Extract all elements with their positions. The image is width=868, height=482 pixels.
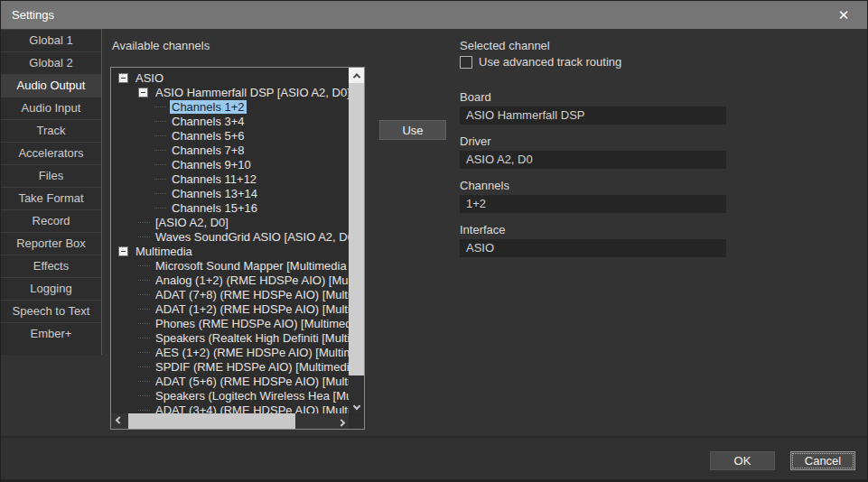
sidebar-item-audio-input[interactable]: Audio Input (1, 97, 101, 119)
tree-item-label: Channels 9+10 (170, 158, 253, 171)
tree-item[interactable]: Channels 7+8 (111, 143, 349, 157)
scroll-right-icon[interactable] (333, 413, 349, 429)
footer: OK Cancel (1, 438, 867, 480)
tree-item[interactable]: ADAT (7+8) (RME HDSPe AIO) [Multimedia V… (111, 287, 349, 301)
tree-connector (154, 150, 166, 151)
tree-item[interactable]: ADAT (3+4) (RME HDSPe AIO) [Multimedia V… (111, 403, 349, 413)
sidebar: Global 1Global 2Audio OutputAudio InputT… (1, 29, 102, 355)
sidebar-item-audio-output[interactable]: Audio Output (1, 74, 101, 97)
tree-item[interactable]: SPDIF (RME HDSPe AIO) [Multimedia V10.0] (111, 359, 349, 374)
tree-connector (138, 352, 150, 353)
tree-item[interactable]: Phones (RME HDSPe AIO) [Multimedia V10.0… (111, 316, 349, 330)
interface-label: Interface (460, 223, 506, 236)
use-button[interactable]: Use (379, 120, 446, 140)
tree-connector (138, 366, 150, 367)
tree-connector (138, 236, 150, 237)
ok-button[interactable]: OK (710, 451, 775, 470)
tree-item[interactable]: Channels 5+6 (111, 128, 349, 143)
sidebar-item-global-1[interactable]: Global 1 (1, 29, 101, 51)
sidebar-item-track[interactable]: Track (1, 119, 101, 142)
sidebar-item-effects[interactable]: Effects (1, 255, 101, 277)
sidebar-item-files[interactable]: Files (1, 164, 101, 187)
tree-item[interactable]: Channels 1+2 (111, 99, 349, 114)
scroll-up-icon[interactable] (349, 68, 364, 83)
tree-item[interactable]: ASIO Hammerfall DSP [ASIO A2, D0] (111, 85, 349, 99)
tree-item-label: Waves SoundGrid ASIO [ASIO A2, D0] (154, 230, 349, 244)
cancel-button[interactable]: Cancel (790, 451, 855, 470)
settings-dialog: Settings ✕ Global 1Global 2Audio OutputA… (0, 0, 868, 482)
tree-item[interactable]: Analog (1+2) (RME HDSPe AIO) [Multimedia… (111, 273, 349, 287)
tree-item-label: Channels 11+12 (170, 172, 258, 186)
tree-item[interactable]: Speakers (Realtek High Definiti [Multime… (111, 330, 349, 345)
tree-item-label: Channels 3+4 (170, 115, 247, 128)
channels-field[interactable]: 1+2 (460, 195, 726, 213)
tree-item[interactable]: Channels 3+4 (111, 114, 349, 128)
tree-item-label: ADAT (5+6) (RME HDSPe AIO) [Multimedia V… (154, 375, 349, 388)
scroll-left-icon[interactable] (111, 413, 126, 429)
tree-connector (138, 280, 150, 281)
channel-listbox: ASIOASIO Hammerfall DSP [ASIO A2, D0]Cha… (110, 67, 365, 430)
horizontal-scroll-thumb[interactable] (128, 413, 295, 429)
sidebar-item-global-2[interactable]: Global 2 (1, 51, 101, 74)
sidebar-item-logging[interactable]: Logging (1, 277, 101, 300)
driver-label: Driver (460, 134, 491, 148)
collapse-icon[interactable] (118, 73, 128, 83)
tree-item-label: [ASIO A2, D0] (154, 216, 230, 229)
horizontal-scrollbar[interactable] (111, 413, 349, 429)
checkbox-icon[interactable] (460, 56, 472, 69)
vertical-scroll-thumb[interactable] (349, 83, 364, 375)
tree-item[interactable]: ADAT (5+6) (RME HDSPe AIO) [Multimedia V… (111, 374, 349, 388)
tree-connector (138, 265, 150, 266)
available-channels-label: Available channels (112, 39, 210, 52)
interface-field[interactable]: ASIO (460, 239, 726, 257)
tree-item[interactable]: ADAT (1+2) (RME HDSPe AIO) [Multimedia V… (111, 301, 349, 316)
tree-item-label: Multimedia (134, 245, 194, 258)
tree-connector (138, 222, 150, 223)
sidebar-item-take-format[interactable]: Take Format (1, 187, 101, 209)
tree-item-label: Channels 13+14 (170, 187, 259, 200)
tree-connector (138, 294, 150, 295)
sidebar-item-record[interactable]: Record (1, 209, 101, 232)
tree-item[interactable]: Channels 15+16 (111, 200, 349, 215)
driver-field[interactable]: ASIO A2, D0 (460, 151, 726, 169)
collapse-icon[interactable] (118, 246, 128, 256)
sidebar-item-speech-to-text[interactable]: Speech to Text (1, 300, 101, 322)
tree-item[interactable]: ASIO (111, 70, 349, 85)
tree-item[interactable]: AES (1+2) (RME HDSPe AIO) [Multimedia V1… (111, 345, 349, 359)
close-icon[interactable]: ✕ (829, 1, 858, 29)
tree-item-label: ASIO Hammerfall DSP [ASIO A2, D0] (154, 86, 349, 99)
tree-item[interactable]: Speakers (Logitech Wireless Hea [Multime… (111, 388, 349, 403)
tree-item-label: Channels 7+8 (170, 144, 247, 157)
tree-item[interactable]: Channels 11+12 (111, 171, 349, 186)
tree-connector (138, 410, 150, 411)
tree-connector (138, 381, 150, 382)
board-field[interactable]: ASIO Hammerfall DSP (460, 107, 726, 125)
tree-item-label: ADAT (1+2) (RME HDSPe AIO) [Multimedia V… (154, 302, 349, 316)
tree-connector (154, 135, 166, 136)
advanced-routing-checkbox-row[interactable]: Use advanced track routing (460, 55, 621, 69)
tree-item-label: SPDIF (RME HDSPe AIO) [Multimedia V10.0] (154, 360, 349, 374)
tree-item[interactable]: Channels 13+14 (111, 186, 349, 200)
tree-connector (138, 309, 150, 310)
tree-connector (138, 338, 150, 338)
tree-connector (154, 121, 166, 122)
sidebar-item-ember-[interactable]: Ember+ (1, 322, 101, 345)
vertical-scrollbar[interactable] (349, 68, 364, 413)
scroll-down-icon[interactable] (349, 398, 364, 413)
tree-connector (138, 395, 150, 396)
sidebar-item-accelerators[interactable]: Accelerators (1, 142, 101, 164)
sidebar-item-reporter-box[interactable]: Reporter Box (1, 232, 101, 255)
tree-connector (154, 179, 166, 180)
channels-label: Channels (460, 179, 509, 192)
tree-connector (138, 323, 150, 324)
tree-item[interactable]: Waves SoundGrid ASIO [ASIO A2, D0] (111, 229, 349, 244)
tree-item-label: AES (1+2) (RME HDSPe AIO) [Multimedia V1… (154, 346, 349, 359)
tree-item[interactable]: Microsoft Sound Mapper [Multimedia V5.0] (111, 258, 349, 273)
tree-item[interactable]: [ASIO A2, D0] (111, 215, 349, 229)
tree-item[interactable]: Channels 9+10 (111, 157, 349, 171)
tree-item[interactable]: Multimedia (111, 244, 349, 258)
tree-item-label: ADAT (3+4) (RME HDSPe AIO) [Multimedia V… (154, 403, 349, 414)
tree-connector (154, 208, 166, 209)
tree-item-label: Analog (1+2) (RME HDSPe AIO) [Multimedia… (154, 273, 349, 287)
collapse-icon[interactable] (138, 88, 148, 97)
